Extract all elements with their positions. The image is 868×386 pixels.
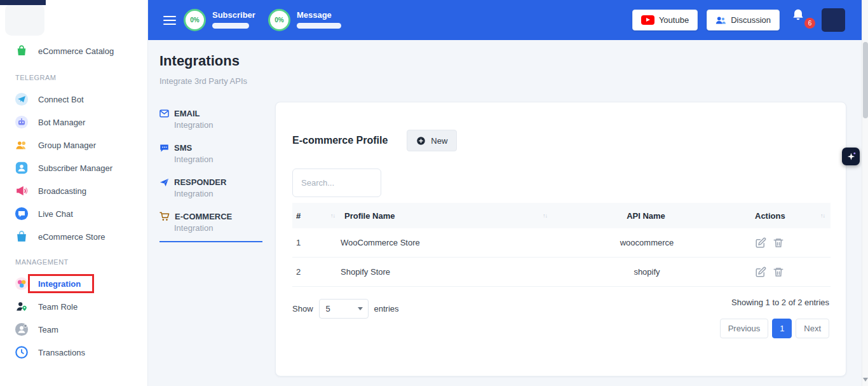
integration-tabs: EMAIL Integration SMS Integration [159,105,262,242]
tab-ecommerce-integration[interactable]: E-COMMERCE Integration [159,208,262,242]
row-profile-name: WooCommerce Store [341,238,553,247]
notification-badge: 6 [804,18,815,29]
plus-circle-icon [416,136,426,146]
page-subtitle: Integrate 3rd Party APIs [159,76,247,86]
page-scrollbar[interactable] [862,0,868,386]
notifications-bell[interactable]: 6 [791,8,811,33]
row-api-name: woocommerce [553,238,741,247]
sidebar-item-live-chat[interactable]: Live Chat [0,202,147,225]
search-input[interactable] [292,169,381,197]
row-num: 1 [292,238,341,247]
telegram-plane-icon [14,92,29,107]
sidebar-item-label: Live Chat [38,209,73,219]
message-stat-value-pill [297,23,341,29]
sidebar: eCommerce Catalog TELEGRAM Connect Bot B… [0,0,148,386]
sort-icon: ↑↓ [330,212,335,219]
sms-icon [159,144,169,153]
scrollbar-down-arrow-icon[interactable] [863,378,868,384]
email-icon [159,109,169,118]
shopping-bag-green-icon [14,44,29,59]
sidebar-item-label: Team [38,325,58,334]
profiles-table: # ↑↓ Profile Name ↑↓ API Name Actions ↑↓ [292,203,831,287]
delete-button[interactable] [773,266,784,278]
subscriber-stat: 0% Subscriber [184,9,255,31]
tab-title: RESPONDER [174,177,226,187]
delete-button[interactable] [773,237,784,249]
new-profile-button[interactable]: New [407,130,457,151]
sidebar-section-management: MANAGEMENT [0,248,147,272]
tab-subtitle: Integration [174,155,262,164]
sidebar-item-group-manager[interactable]: Group Manager [0,134,147,156]
sort-icon: ↑↓ [543,212,547,219]
sidebar-item-connect-bot[interactable]: Connect Bot [0,88,147,111]
topbar: 0% Subscriber 0% Message Youtube Discuss… [148,0,868,40]
tab-sms-integration[interactable]: SMS Integration [159,139,262,174]
row-num: 2 [292,267,341,277]
sidebar-section-telegram: TELEGRAM [0,64,147,88]
discussion-button-label: Discussion [731,15,771,25]
sidebar-item-team[interactable]: Team [0,318,147,341]
table-header-profile-name[interactable]: Profile Name ↑↓ [341,211,553,221]
sidebar-item-label: Group Manager [38,141,96,150]
row-profile-name: Shopify Store [341,267,553,277]
subscriber-card-icon [14,161,29,176]
ecommerce-profile-card: E-commerce Profile New # ↑↓ Profile [275,102,846,376]
page-title: Integrations [159,53,240,69]
table-header-num[interactable]: # ↑↓ [292,211,341,221]
sidebar-item-label: Transactions [38,348,85,357]
youtube-button-label: Youtube [659,15,689,25]
team-gear-icon [14,322,29,337]
sidebar-item-transactions[interactable]: Transactions [0,341,147,364]
sidebar-item-label: Bot Manager [38,118,85,127]
bell-icon [791,8,805,23]
entries-label: entries [374,304,399,314]
sidebar-item-label: Broadcasting [38,186,86,196]
table-row: 2 Shopify Store shopify [292,258,831,287]
new-profile-button-label: New [431,136,447,146]
card-title: E-commerce Profile [292,135,388,146]
discussion-button[interactable]: Discussion [707,10,780,31]
table-row: 1 WooCommerce Store woocommerce [292,228,831,258]
youtube-button[interactable]: Youtube [632,10,698,31]
tab-responder-integration[interactable]: RESPONDER Integration [159,174,262,208]
ai-assistant-fab[interactable] [842,148,860,165]
sidebar-item-team-role[interactable]: Team Role [0,295,147,318]
user-location-icon [14,300,29,314]
entries-select[interactable]: 5 [319,299,369,319]
sidebar-item-subscriber-manager[interactable]: Subscriber Manager [0,156,147,179]
shopping-bag-blue-icon [14,230,29,244]
integration-dots-icon [14,277,29,291]
pagination-previous-button[interactable]: Previous [720,319,769,338]
tab-email-integration[interactable]: EMAIL Integration [159,105,262,139]
discussion-icon [715,16,726,25]
table-header-api-name[interactable]: API Name [553,211,741,221]
robot-icon [14,115,29,130]
paper-plane-icon [159,178,169,187]
scrollbar-thumb[interactable] [863,42,868,118]
cart-icon [159,212,170,221]
sidebar-item-bot-manager[interactable]: Bot Manager [0,111,147,134]
table-header-row: # ↑↓ Profile Name ↑↓ API Name Actions ↑↓ [292,203,831,228]
sidebar-item-ecommerce-catalog[interactable]: eCommerce Catalog [0,38,147,64]
edit-button[interactable] [755,266,766,278]
tab-title: EMAIL [174,109,200,118]
hamburger-menu-icon[interactable] [163,16,176,25]
sidebar-item-label: Subscriber Manager [38,163,112,173]
edit-button[interactable] [755,237,766,249]
sidebar-item-ecommerce-store[interactable]: eCommerce Store [0,225,147,248]
chat-bubble-icon [14,207,29,221]
sort-icon: ↑↓ [820,212,825,219]
user-avatar[interactable] [822,8,845,32]
sparkle-icon [846,151,857,162]
tab-subtitle: Integration [174,189,262,198]
logo-watermark [5,4,44,36]
sidebar-item-label: eCommerce Catalog [38,46,114,56]
subscriber-progress-circle: 0% [184,9,206,31]
tab-subtitle: Integration [174,120,262,130]
sidebar-item-integration[interactable]: Integration [0,272,147,295]
table-header-actions[interactable]: Actions ↑↓ [741,211,831,221]
pagination-next-button[interactable]: Next [796,319,829,338]
sidebar-item-broadcasting[interactable]: Broadcasting [0,179,147,202]
pagination-page-1-button[interactable]: 1 [772,319,792,338]
youtube-icon [641,15,654,25]
